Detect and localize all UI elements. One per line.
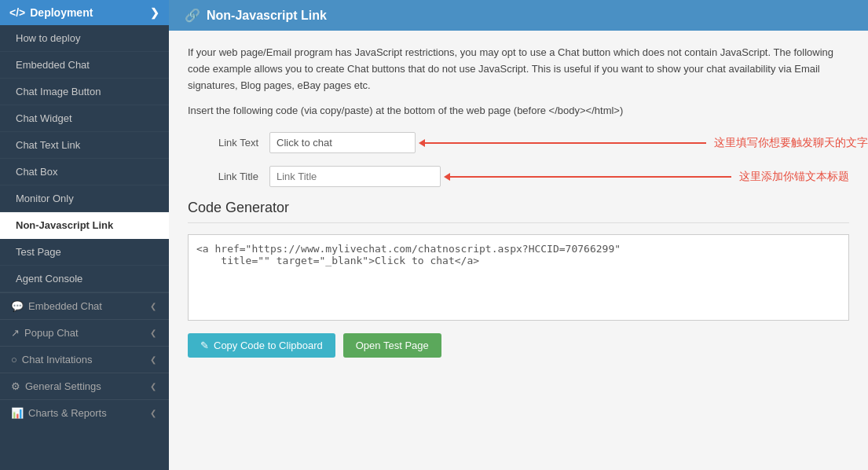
chat-invitations-icon: ○ <box>11 354 17 365</box>
link-text-annotation: 这里填写你想要触发聊天的文字 <box>714 136 868 150</box>
link-text-input[interactable] <box>269 132 416 153</box>
code-output: <a href="https://www.mylivechat.com/chat… <box>196 243 841 266</box>
link-text-label: Link Text <box>188 137 258 149</box>
chevron-icon: ❮ <box>150 302 156 310</box>
link-title-input[interactable] <box>269 166 441 187</box>
sidebar-header-label: Deployment <box>30 6 93 19</box>
header-chevron: ❯ <box>150 6 159 19</box>
embedded-chat-icon: 💬 <box>11 300 24 312</box>
page-title-bar: 🔗 Non-Javascript Link <box>169 0 868 31</box>
sidebar-item-chat-image-button[interactable]: Chat Image Button <box>0 79 169 105</box>
code-box-wrapper: <a href="https://www.mylivechat.com/chat… <box>188 234 849 321</box>
sidebar-header[interactable]: </> Deployment ❯ <box>0 0 169 25</box>
sidebar-item-test-page[interactable]: Test Page <box>0 239 169 266</box>
chevron-icon: ❮ <box>150 329 156 337</box>
arrow-line-2 <box>449 176 731 178</box>
chevron-icon: ❮ <box>150 409 156 417</box>
sidebar-item-non-javascript-link[interactable]: Non-Javascript Link <box>0 212 169 239</box>
code-gen-title: Code Generator <box>188 200 849 223</box>
popup-chat-icon: ↗ <box>11 327 20 339</box>
page-title: Non-Javascript Link <box>207 9 327 23</box>
sidebar-item-monitor-only[interactable]: Monitor Only <box>0 185 169 212</box>
sidebar-section-general-settings[interactable]: ⚙ General Settings ❮ <box>0 373 169 399</box>
sidebar-item-how-to-deploy[interactable]: How to deploy <box>0 25 169 52</box>
sidebar-section-charts-reports[interactable]: 📊 Charts & Reports ❮ <box>0 399 169 426</box>
copy-icon: ✎ <box>200 340 209 351</box>
sidebar-item-chat-box[interactable]: Chat Box <box>0 159 169 185</box>
open-test-page-button[interactable]: Open Test Page <box>343 333 441 358</box>
link-text-row: Link Text 这里填写你想要触发聊天的文字 <box>188 132 849 153</box>
page-title-icon: 🔗 <box>185 8 200 23</box>
charts-reports-icon: 📊 <box>11 407 24 419</box>
button-row: ✎ Copy Code to Clipboard Open Test Page <box>188 333 849 358</box>
content-area: If your web page/Email program has JavaS… <box>169 31 868 372</box>
sidebar-item-embedded-chat[interactable]: Embedded Chat <box>0 52 169 79</box>
sidebar: </> Deployment ❯ How to deploy Embedded … <box>0 0 169 470</box>
sidebar-section-popup-chat[interactable]: ↗ Popup Chat ❮ <box>0 319 169 346</box>
link-text-annotation-arrow: 这里填写你想要触发聊天的文字 <box>423 136 868 150</box>
main-content: 🔗 Non-Javascript Link If your web page/E… <box>169 0 868 470</box>
description2: Insert the following code (via copy/past… <box>188 105 849 116</box>
general-settings-icon: ⚙ <box>11 380 20 392</box>
code-gen-section: Code Generator <a href="https://www.myli… <box>188 200 849 358</box>
copy-code-button[interactable]: ✎ Copy Code to Clipboard <box>188 333 335 358</box>
arrow-line <box>423 142 706 144</box>
sidebar-item-agent-console[interactable]: Agent Console <box>0 266 169 292</box>
link-title-label: Link Title <box>188 171 258 182</box>
description1: If your web page/Email program has JavaS… <box>188 45 849 94</box>
chevron-icon: ❮ <box>150 355 156 364</box>
sidebar-section-chat-invitations[interactable]: ○ Chat Invitations ❮ <box>0 346 169 373</box>
link-title-annotation: 这里添加你锚文本标题 <box>739 170 849 184</box>
sidebar-item-chat-widget[interactable]: Chat Widget <box>0 105 169 132</box>
link-title-row: Link Title 这里添加你锚文本标题 <box>188 166 849 187</box>
sidebar-item-chat-text-link[interactable]: Chat Text Link <box>0 132 169 159</box>
chevron-icon: ❮ <box>150 382 156 391</box>
link-title-annotation-arrow: 这里添加你锚文本标题 <box>449 170 849 184</box>
deployment-icon: </> <box>9 6 25 19</box>
sidebar-section-embedded-chat[interactable]: 💬 Embedded Chat ❮ <box>0 292 169 319</box>
